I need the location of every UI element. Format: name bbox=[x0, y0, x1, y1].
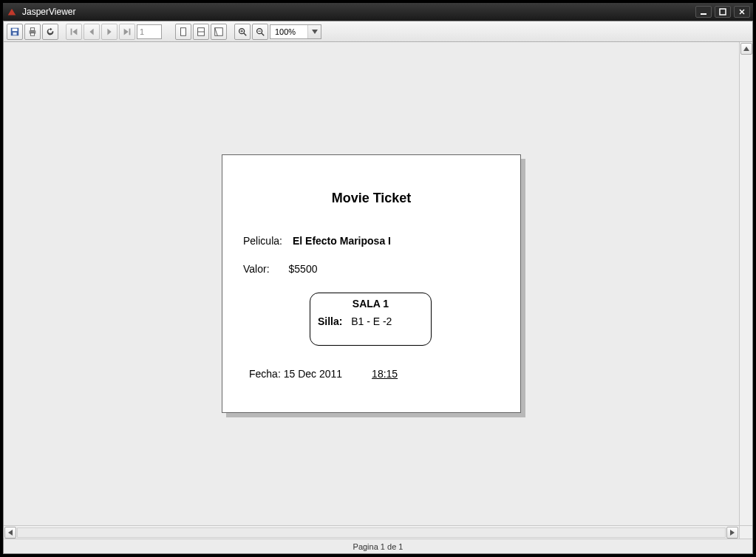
viewport: Movie Ticket Pelicula: El Efecto Maripos… bbox=[4, 42, 752, 539]
svg-rect-10 bbox=[30, 33, 34, 35]
seat-box: SALA 1 Silla: B1 - E -2 bbox=[310, 293, 432, 346]
scroll-left-icon[interactable] bbox=[4, 527, 16, 539]
time-value: 18:15 bbox=[372, 368, 398, 380]
toolbar: 100% bbox=[4, 21, 752, 42]
zoom-in-button[interactable] bbox=[234, 24, 251, 40]
statusbar: Pagina 1 de 1 bbox=[4, 539, 752, 553]
seat-value: B1 - E -2 bbox=[351, 315, 392, 327]
app-icon bbox=[6, 6, 18, 18]
svg-rect-1 bbox=[701, 13, 706, 15]
print-button[interactable] bbox=[24, 24, 41, 40]
next-page-button[interactable] bbox=[101, 24, 118, 40]
page-number-field[interactable] bbox=[137, 24, 162, 39]
svg-rect-6 bbox=[13, 28, 18, 31]
reload-button[interactable] bbox=[42, 24, 58, 40]
movie-label: Pelicula: bbox=[243, 235, 282, 247]
svg-marker-0 bbox=[8, 9, 16, 16]
svg-marker-12 bbox=[72, 28, 77, 35]
svg-line-23 bbox=[244, 33, 247, 35]
scroll-corner bbox=[739, 525, 752, 539]
svg-rect-2 bbox=[720, 9, 726, 15]
seat-label: Silla: bbox=[318, 315, 342, 327]
svg-rect-7 bbox=[13, 32, 16, 35]
seat-row: Silla: B1 - E -2 bbox=[318, 315, 423, 327]
svg-rect-16 bbox=[129, 28, 131, 35]
minimize-button[interactable] bbox=[695, 6, 712, 18]
svg-marker-14 bbox=[107, 28, 111, 35]
svg-marker-29 bbox=[312, 30, 318, 34]
maximize-button[interactable] bbox=[715, 6, 731, 18]
movie-row: Pelicula: El Efecto Mariposa I bbox=[243, 235, 391, 247]
last-page-button[interactable] bbox=[119, 24, 135, 40]
titlebar: JasperViewer bbox=[3, 3, 753, 21]
app-window: JasperViewer bbox=[0, 0, 756, 557]
date-row: Fecha: 15 Dec 2011 18:15 bbox=[249, 368, 398, 380]
scroll-right-icon[interactable] bbox=[726, 527, 738, 539]
window-title: JasperViewer bbox=[22, 7, 695, 17]
scroll-up-icon[interactable] bbox=[740, 43, 752, 55]
svg-marker-31 bbox=[8, 530, 13, 536]
svg-rect-11 bbox=[71, 28, 72, 35]
scroll-track[interactable] bbox=[17, 527, 726, 538]
svg-line-27 bbox=[262, 33, 265, 35]
report-page: Movie Ticket Pelicula: El Efecto Maripos… bbox=[222, 154, 521, 413]
svg-marker-15 bbox=[124, 28, 129, 35]
vertical-scrollbar[interactable] bbox=[739, 42, 752, 525]
fit-width-button[interactable] bbox=[211, 24, 227, 40]
client-area: 100% Movie Ticket Pelicula: El Efecto Ma… bbox=[3, 21, 753, 554]
price-row: Valor: $5500 bbox=[243, 263, 317, 275]
svg-rect-9 bbox=[30, 27, 34, 30]
save-button[interactable] bbox=[7, 24, 23, 40]
status-text: Pagina 1 de 1 bbox=[353, 542, 403, 551]
prev-page-button[interactable] bbox=[84, 24, 100, 40]
zoom-value: 100% bbox=[270, 27, 307, 36]
chevron-down-icon bbox=[307, 25, 321, 38]
svg-rect-17 bbox=[181, 27, 186, 35]
room-value: SALA 1 bbox=[318, 298, 423, 310]
actual-size-button[interactable] bbox=[175, 24, 191, 40]
ticket-title: Movie Ticket bbox=[222, 191, 520, 206]
fit-page-button[interactable] bbox=[193, 24, 209, 40]
movie-value: El Efecto Mariposa I bbox=[293, 235, 391, 247]
price-value: $5500 bbox=[289, 263, 318, 275]
window-controls bbox=[695, 6, 750, 18]
svg-marker-30 bbox=[743, 47, 749, 51]
zoom-out-button[interactable] bbox=[252, 24, 268, 40]
zoom-combo[interactable]: 100% bbox=[270, 24, 321, 39]
horizontal-scrollbar[interactable] bbox=[4, 525, 739, 539]
date-text: Fecha: 15 Dec 2011 bbox=[249, 368, 342, 380]
svg-marker-13 bbox=[89, 28, 93, 35]
first-page-button[interactable] bbox=[66, 24, 82, 40]
document-canvas[interactable]: Movie Ticket Pelicula: El Efecto Maripos… bbox=[4, 42, 739, 525]
price-label: Valor: bbox=[243, 263, 270, 275]
svg-marker-32 bbox=[730, 530, 735, 536]
close-button[interactable] bbox=[734, 6, 750, 18]
